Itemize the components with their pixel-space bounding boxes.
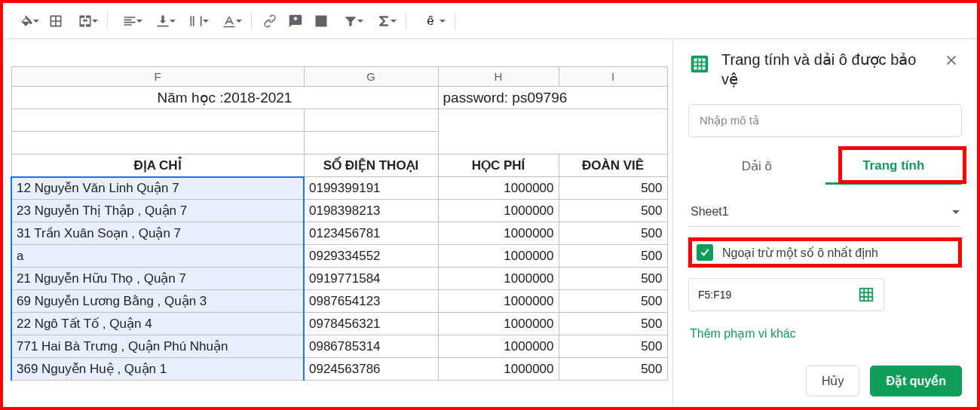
filter-button[interactable] [335,9,366,33]
cell-member[interactable]: 500 [559,313,667,335]
toolbar-separator [107,12,108,30]
range-input[interactable]: F5:F19 [688,278,884,311]
merge-icon [78,14,93,29]
insert-link-button[interactable] [258,9,282,33]
cell-fee[interactable]: 1000000 [438,222,559,245]
col-header-F[interactable]: F [11,67,304,87]
header-member[interactable]: ĐOÀN VIÊ [559,155,667,177]
text-wrap-button[interactable] [180,9,212,33]
fill-color-button[interactable] [11,9,42,33]
cell-fee[interactable]: 1000000 [438,245,559,268]
cell-member[interactable]: 500 [559,177,667,200]
cell-member[interactable]: 500 [559,222,667,245]
spreadsheet[interactable]: F G H I Năm học :2018-2021 password: ps0… [3,39,672,407]
cell-address[interactable]: 23 Nguyễn Thị Thập , Quận 7 [11,200,304,222]
valign-bottom-icon [155,14,170,29]
cell-address[interactable]: 12 Nguyễn Văn Linh Quận 7 [11,177,304,200]
cell-phone[interactable]: 0199399191 [304,177,438,200]
cell-address[interactable]: 69 Nguyễn Lương Bằng , Quận 3 [11,290,304,313]
sidebar-header: Trang tính và dải ô được bảo vệ [688,50,962,89]
horizontal-align-button[interactable] [114,9,145,33]
main-area: F G H I Năm học :2018-2021 password: ps0… [3,39,977,407]
select-range-icon[interactable] [858,286,874,303]
sheet-select[interactable]: Sheet1 [688,198,962,227]
cell-phone[interactable]: 0924563786 [304,358,438,381]
vertical-align-button[interactable] [147,9,179,33]
col-header-H[interactable]: H [438,67,559,87]
toolbar: ê [3,3,977,39]
except-checkbox[interactable] [697,244,713,261]
cell-member[interactable]: 500 [559,268,667,290]
toolbar-separator [251,12,252,30]
sidebar-actions: Hủy Đặt quyền [688,358,962,396]
cell-phone[interactable]: 0123456781 [304,222,438,245]
header-address[interactable]: ĐỊA CHỈ [11,155,304,177]
cell[interactable] [11,109,304,132]
filter-icon [343,14,358,29]
cell-phone[interactable]: 0929334552 [304,245,438,268]
cell-phone[interactable]: 0198398213 [304,200,438,222]
cell-address[interactable]: a [11,245,304,268]
row-headers: ĐỊA CHỈ SỐ ĐIỆN THOẠI HỌC PHÍ ĐOÀN VIÊ [11,155,667,177]
cell-address[interactable]: 21 Nguyễn Hữu Thọ , Quận 7 [11,268,304,290]
description-input[interactable]: Nhập mô tả [688,104,962,137]
cell[interactable] [304,109,438,132]
cell-address[interactable]: 369 Nguyễn Huệ , Quận 1 [11,358,304,381]
add-range-button[interactable]: Thêm phạm vi khác [688,322,962,345]
set-permissions-button[interactable]: Đặt quyền [870,366,962,396]
cell-address[interactable]: 22 Ngô Tất Tố , Quận 4 [11,313,304,335]
cell-merged-empty[interactable] [438,109,667,155]
cell-address[interactable]: 31 Trần Xuân Soạn , Quận 7 [11,222,304,245]
except-label: Ngoại trừ một số ô nhất định [722,246,878,260]
header-phone[interactable]: SỐ ĐIỆN THOẠI [304,155,438,177]
cell-fee[interactable]: 1000000 [438,313,559,335]
table-row: 369 Nguyễn Huệ , Quận 1 0924563786 10000… [11,358,667,381]
svg-rect-1 [694,59,706,70]
cell-member[interactable]: 500 [559,200,667,222]
svg-rect-6 [860,289,873,301]
cell-phone[interactable]: 0987654123 [304,290,438,313]
cell-password[interactable]: password: ps09796 [438,87,667,109]
cell-member[interactable]: 500 [559,358,667,381]
table-row: 12 Nguyễn Văn Linh Quận 7 0199399191 100… [11,177,667,200]
cell-member[interactable]: 500 [559,335,667,358]
insert-comment-button[interactable] [283,9,308,33]
row-year: Năm học :2018-2021 password: ps09796 [11,87,667,109]
paint-bucket-icon [19,14,34,29]
cell[interactable] [304,132,438,155]
table-row: 22 Ngô Tất Tố , Quận 4 0978456321 100000… [11,313,667,335]
cell-phone[interactable]: 0919771584 [304,268,438,290]
cell-member[interactable]: 500 [559,290,667,313]
close-sidebar-button[interactable] [941,50,962,71]
cell-phone[interactable]: 0986785314 [304,335,438,358]
merge-cells-button[interactable] [69,9,101,33]
header-fee[interactable]: HỌC PHÍ [438,155,559,177]
tab-range[interactable]: Dải ô [688,151,825,185]
col-header-G[interactable]: G [304,67,438,87]
cell-fee[interactable]: 1000000 [438,290,559,313]
cell-fee[interactable]: 1000000 [438,200,559,222]
insert-chart-button[interactable] [309,9,333,33]
cell-member[interactable]: 500 [559,245,667,268]
functions-button[interactable] [368,9,400,33]
tab-sheet[interactable]: Trang tính [825,151,963,185]
cell-fee[interactable]: 1000000 [438,177,559,200]
input-tools-label: ê [427,14,433,29]
cell[interactable] [11,132,304,155]
cell-year[interactable]: Năm học :2018-2021 [11,87,438,109]
tabs: Dải ô Trang tính [688,151,962,185]
table-row: 69 Nguyễn Lương Bằng , Quận 3 0987654123… [11,290,667,313]
cell-address[interactable]: 771 Hai Bà Trưng , Quận Phú Nhuận [11,335,304,358]
cell-phone[interactable]: 0978456321 [304,313,438,335]
cell-fee[interactable]: 1000000 [438,335,559,358]
cell-fee[interactable]: 1000000 [438,268,559,290]
col-header-I[interactable]: I [559,67,667,87]
input-tools-button[interactable]: ê [412,9,449,33]
cancel-button[interactable]: Hủy [806,366,860,396]
text-rotation-button[interactable] [213,9,245,33]
borders-button[interactable] [44,9,68,33]
close-icon [944,53,959,68]
align-left-icon [122,14,137,29]
cell-fee[interactable]: 1000000 [438,358,559,381]
table-row: 23 Nguyễn Thị Thập , Quận 7 0198398213 1… [11,200,667,222]
